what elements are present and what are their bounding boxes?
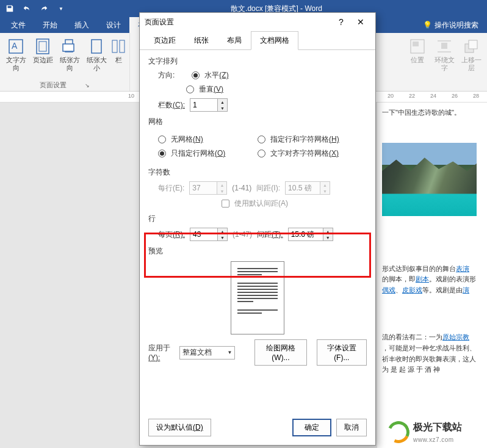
drawing-grid-button[interactable]: 绘图网格(W)... bbox=[254, 339, 306, 366]
spin-down-icon: ▼ bbox=[218, 105, 227, 111]
radio-lineonly[interactable] bbox=[158, 150, 166, 157]
ribbon-group-pagesetup-label: 页面设置 bbox=[40, 81, 67, 90]
spin-up-icon: ▲ bbox=[218, 228, 227, 234]
save-icon[interactable] bbox=[2, 1, 17, 16]
position-button[interactable]: 位置 bbox=[405, 35, 430, 72]
link-biaoyan[interactable]: 表演 bbox=[456, 265, 469, 272]
tell-me-search[interactable]: 💡操作说明搜索 bbox=[414, 17, 487, 33]
link-juben[interactable]: 剧本 bbox=[416, 275, 429, 283]
dialog-title: 页面设置 bbox=[145, 17, 331, 27]
svg-rect-6 bbox=[92, 40, 101, 53]
svg-rect-3 bbox=[39, 42, 46, 51]
spin-up-icon: ▲ bbox=[218, 99, 227, 105]
tab-file[interactable]: 文件 bbox=[2, 17, 34, 33]
tab-design[interactable]: 设计 bbox=[98, 17, 129, 33]
section-preview: 预览 bbox=[148, 246, 367, 256]
undo-icon[interactable] bbox=[20, 1, 34, 16]
tab-home[interactable]: 开始 bbox=[34, 17, 66, 33]
preview-thumbnail bbox=[231, 261, 284, 334]
link-piying[interactable]: 皮影戏 bbox=[402, 286, 422, 294]
dialog-close-button[interactable]: ✕ bbox=[351, 13, 370, 31]
check-default-spacing bbox=[222, 200, 229, 208]
svg-rect-10 bbox=[413, 42, 419, 46]
lines-per-page-spinner[interactable]: ▲▼ bbox=[190, 228, 228, 241]
svg-rect-5 bbox=[63, 44, 74, 51]
dialog-help-button[interactable]: ? bbox=[331, 13, 351, 31]
qat-dropdown-icon[interactable]: ▼ bbox=[54, 1, 68, 16]
chars-per-line-spinner: ▲▼ bbox=[189, 181, 227, 195]
spin-down-icon: ▼ bbox=[218, 234, 227, 240]
section-text-arrange: 文字排列 bbox=[148, 56, 367, 67]
dlg-tab-grid[interactable]: 文档网格 bbox=[251, 31, 298, 50]
link-ouxi[interactable]: 偶戏 bbox=[382, 286, 395, 294]
tab-insert[interactable]: 插入 bbox=[66, 17, 98, 33]
radio-horizontal[interactable] bbox=[192, 71, 200, 79]
spin-down-icon: ▼ bbox=[323, 234, 333, 240]
set-default-button[interactable]: 设为默认值(D) bbox=[148, 419, 211, 436]
spin-up-icon: ▲ bbox=[323, 228, 333, 234]
wrap-text-button[interactable]: 环绕文字 bbox=[432, 35, 456, 72]
bring-forward-button[interactable]: 上移一层 bbox=[459, 35, 483, 72]
ok-button[interactable]: 确定 bbox=[292, 419, 331, 436]
orientation-button[interactable]: 纸张方向 bbox=[57, 35, 82, 72]
margins-button[interactable]: 页边距 bbox=[31, 35, 55, 72]
document-page[interactable]: 一下"中国生态诗歌的城"。 形式达到叙事目的的舞台表演 的脚本，即剧本。戏剧的表… bbox=[377, 103, 487, 448]
radio-vertical[interactable] bbox=[186, 85, 194, 93]
page-setup-dialog: 页面设置 ? ✕ 页边距 纸张 布局 文档网格 文字排列 方向: 水平(Z) 垂… bbox=[139, 12, 376, 446]
section-lines: 行 bbox=[148, 214, 367, 224]
chevron-down-icon: ▼ bbox=[228, 350, 233, 355]
font-settings-button[interactable]: 字体设置(F)... bbox=[317, 339, 367, 366]
dlg-tab-paper[interactable]: 纸张 bbox=[185, 31, 218, 50]
section-chars: 字符数 bbox=[148, 167, 367, 178]
text-direction-button[interactable]: A 文字方向 bbox=[4, 35, 28, 72]
svg-rect-15 bbox=[469, 40, 477, 49]
line-spacing-spinner[interactable]: ▲▼ bbox=[288, 228, 333, 241]
link-yan[interactable]: 演 bbox=[463, 286, 469, 294]
doc-paragraph-1: 形式达到叙事目的的舞台表演 的脚本，即剧本。戏剧的表演形 偶戏、皮影戏等。戏剧是… bbox=[382, 264, 482, 296]
svg-rect-7 bbox=[112, 40, 117, 52]
redo-icon[interactable] bbox=[37, 1, 51, 16]
svg-rect-11 bbox=[441, 43, 447, 49]
pagesetup-dialog-launcher[interactable]: ↘ bbox=[85, 82, 90, 89]
radio-linechar[interactable] bbox=[258, 135, 265, 143]
paper-size-button[interactable]: 纸张大小 bbox=[84, 35, 109, 72]
svg-rect-8 bbox=[120, 40, 124, 52]
char-spacing-spinner: ▲▼ bbox=[285, 181, 330, 195]
dlg-tab-layout[interactable]: 布局 bbox=[218, 31, 251, 50]
dlg-tab-margins[interactable]: 页边距 bbox=[145, 31, 185, 50]
radio-nogrid[interactable] bbox=[158, 135, 166, 143]
doc-paragraph-2: 流的看法有二：一为原始宗教 ，可能是对一种乞求战斗胜利、祈丰收时的即兴歌舞表演，… bbox=[382, 332, 482, 375]
apply-to-select[interactable]: 整篇文档▼ bbox=[179, 346, 236, 359]
radio-charalign[interactable] bbox=[258, 150, 265, 157]
cancel-button[interactable]: 取消 bbox=[336, 419, 367, 436]
columns-button[interactable]: 栏 bbox=[111, 35, 126, 72]
doc-text-line1: 一下"中国生态诗歌的城"。 bbox=[382, 107, 482, 118]
columns-spinner[interactable]: ▲▼ bbox=[190, 98, 228, 112]
watermark-logo: 极光下载站 www.xz7.com bbox=[388, 420, 482, 444]
link-zongjiao[interactable]: 原始宗教 bbox=[442, 333, 469, 341]
svg-text:A: A bbox=[12, 41, 18, 51]
doc-inline-image[interactable] bbox=[382, 143, 477, 216]
section-grid: 网格 bbox=[148, 117, 367, 127]
